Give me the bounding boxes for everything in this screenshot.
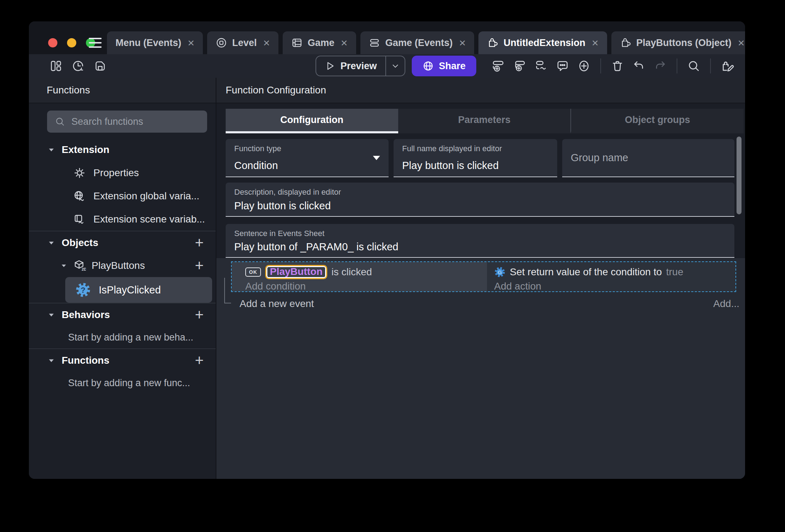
add-subevent-icon[interactable] xyxy=(513,60,526,72)
field-label: Sentence in Events Sheet xyxy=(234,229,324,238)
undo-icon[interactable] xyxy=(632,60,645,72)
tab-playbuttons-object[interactable]: PlayButtons (Object) × xyxy=(611,31,745,54)
scrollbar-thumb[interactable] xyxy=(737,137,742,214)
function-type-select[interactable]: Function type Condition xyxy=(226,139,389,177)
add-function-to-object-button[interactable]: + xyxy=(193,259,206,272)
toolbar-right-group xyxy=(492,54,734,78)
field-label: Function type xyxy=(234,144,281,153)
tab-menu-events[interactable]: Menu (Events) × xyxy=(107,31,203,54)
events-sheet-icon xyxy=(369,37,380,48)
gear-icon xyxy=(73,167,86,179)
close-icon[interactable]: × xyxy=(339,37,348,48)
tab-label: PlayButtons (Object) xyxy=(636,37,732,48)
redo-icon[interactable] xyxy=(654,60,667,72)
function-configuration-panel: Function Configuration Configuration Par… xyxy=(216,78,745,479)
search-functions-input[interactable] xyxy=(71,116,199,127)
sidebar-item-extension-global-variables[interactable]: Extension global varia... xyxy=(29,184,216,208)
field-value: Play button is clicked xyxy=(234,200,331,212)
tab-untitled-extension[interactable]: UntitledExtension × xyxy=(478,31,607,54)
sidebar-item-playbuttons[interactable]: 2D PlayButtons + xyxy=(29,254,216,277)
main-header: Function Configuration xyxy=(216,78,745,103)
app-window: Menu (Events) × Level × Game × Game (Eve… xyxy=(29,21,745,479)
close-window-button[interactable] xyxy=(48,38,57,47)
action-value: true xyxy=(666,266,683,278)
event-conditions: OK PlayButton is clicked Add condition xyxy=(232,262,487,291)
preview-label: Preview xyxy=(340,61,377,72)
minimize-window-button[interactable] xyxy=(67,38,76,47)
edit-extension-icon[interactable] xyxy=(721,59,734,73)
share-label: Share xyxy=(439,61,466,72)
history-clock-icon[interactable] xyxy=(72,60,84,72)
search-functions-box[interactable] xyxy=(47,111,207,133)
close-icon[interactable]: × xyxy=(737,37,745,48)
group-name-field[interactable] xyxy=(562,139,734,177)
add-behavior-button[interactable]: + xyxy=(193,308,206,321)
save-icon[interactable] xyxy=(94,60,107,72)
action-row[interactable]: G Set return value of the condition to t… xyxy=(494,265,735,279)
tab-parameters[interactable]: Parameters xyxy=(398,109,571,133)
add-event-icon[interactable] xyxy=(492,60,505,72)
selected-event[interactable]: OK PlayButton is clicked Add condition xyxy=(231,261,736,292)
section-behaviors[interactable]: Behaviors + xyxy=(29,303,216,326)
behaviors-empty-hint[interactable]: Start by adding a new beha... xyxy=(29,326,216,348)
preview-options-button[interactable] xyxy=(385,56,405,76)
close-icon[interactable]: × xyxy=(186,37,195,48)
group-name-input[interactable] xyxy=(562,139,734,177)
add-other-event-icon[interactable] xyxy=(535,60,548,72)
functions-empty-hint[interactable]: Start by adding a new func... xyxy=(29,372,216,394)
tab-game[interactable]: Game × xyxy=(283,31,356,54)
globe-variable-icon xyxy=(73,190,86,202)
condition-row[interactable]: OK PlayButton is clicked xyxy=(245,265,487,279)
close-icon[interactable]: × xyxy=(458,37,466,48)
tab-configuration[interactable]: Configuration xyxy=(226,109,398,133)
section-label: Extension xyxy=(62,144,109,155)
layout-panels-icon[interactable] xyxy=(50,60,62,72)
section-functions[interactable]: Functions + xyxy=(29,349,216,372)
add-free-function-button[interactable]: + xyxy=(193,354,206,367)
share-button[interactable]: Share xyxy=(412,56,476,76)
chevron-down-icon xyxy=(47,239,55,247)
sentence-field[interactable]: Sentence in Events Sheet Play button of … xyxy=(226,224,734,258)
add-more-button[interactable]: Add... xyxy=(713,298,739,310)
hint-label: Start by adding a new beha... xyxy=(68,332,193,343)
add-object-button[interactable]: + xyxy=(193,236,206,249)
section-label: Objects xyxy=(62,237,98,249)
sidebar-item-properties[interactable]: Properties xyxy=(29,161,216,184)
close-icon[interactable]: × xyxy=(262,37,270,48)
puzzle-icon xyxy=(620,37,631,48)
tab-label: Menu (Events) xyxy=(116,37,181,48)
description-field[interactable]: Description, displayed in editor Play bu… xyxy=(226,183,734,217)
item-label: Extension scene variab... xyxy=(93,214,205,225)
tab-label: Level xyxy=(232,37,257,48)
function-condition-icon: ? xyxy=(75,282,91,298)
add-condition-label: Add condition xyxy=(245,281,306,292)
tab-object-groups[interactable]: Object groups xyxy=(570,109,744,133)
add-condition-button[interactable]: Add condition xyxy=(245,279,487,293)
sidebar-item-extension-scene-variables[interactable]: Extension scene variab... xyxy=(29,208,216,231)
full-name-field[interactable]: Full name displayed in editor Play butto… xyxy=(394,139,557,177)
condition-object-chip[interactable]: PlayButton xyxy=(265,265,327,279)
section-objects[interactable]: Objects + xyxy=(29,231,216,254)
search-icon[interactable] xyxy=(687,60,700,72)
chevron-down-icon xyxy=(47,357,55,364)
sidebar-item-isplayclicked[interactable]: ? IsPlayClicked xyxy=(65,277,212,303)
add-new-event-button[interactable]: Add a new event xyxy=(240,298,314,310)
field-value: Play button is clicked xyxy=(402,160,499,172)
comment-icon[interactable] xyxy=(556,60,569,72)
add-action-button[interactable]: Add action xyxy=(494,279,735,293)
section-extension[interactable]: Extension xyxy=(29,138,216,161)
main-menu-icon[interactable] xyxy=(89,38,102,48)
preview-button[interactable]: Preview xyxy=(316,56,385,76)
trash-icon[interactable] xyxy=(611,60,624,72)
close-icon[interactable]: × xyxy=(590,37,599,48)
field-value: Play button of _PARAM0_ is clicked xyxy=(234,241,398,253)
sidebar-header: Functions xyxy=(29,78,216,103)
traffic-lights xyxy=(48,38,95,47)
item-label: Extension global varia... xyxy=(93,190,199,202)
event-bracket xyxy=(224,278,231,303)
tab-game-events[interactable]: Game (Events) × xyxy=(360,31,474,54)
button-object-icon: OK xyxy=(245,267,261,277)
circle-plus-icon[interactable] xyxy=(578,60,590,72)
tab-level[interactable]: Level × xyxy=(207,31,278,54)
add-action-label: Add action xyxy=(494,281,541,292)
